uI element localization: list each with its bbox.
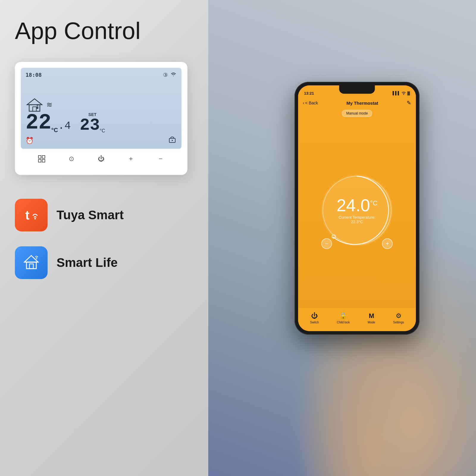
status-icons: ▌▌▌ ▓ xyxy=(393,91,410,95)
house-temp-area: ≋ 22 °C .4 xyxy=(26,97,71,134)
minus-button[interactable]: − xyxy=(154,152,167,165)
clock-icon: ⏰ xyxy=(26,137,34,145)
phone-device: 13:21 ▌▌▌ ▓ ‹ xyxy=(295,82,419,335)
nav-switch[interactable]: ⏻ Switch xyxy=(310,312,319,324)
page-title: App Control xyxy=(15,18,140,44)
phone-screen: 13:21 ▌▌▌ ▓ ‹ xyxy=(298,85,416,331)
phone-wrapper: 13:21 ▌▌▌ ▓ ‹ xyxy=(295,82,419,335)
house-icon-area: ≋ xyxy=(26,97,52,112)
svg-rect-9 xyxy=(38,159,41,162)
svg-rect-10 xyxy=(42,159,45,162)
svg-rect-14 xyxy=(26,262,36,269)
switch-label: Switch xyxy=(310,321,319,324)
nav-mode[interactable]: M Mode xyxy=(368,312,375,324)
signal-icon: ▌▌▌ xyxy=(393,91,400,95)
power-button[interactable]: ⏻ xyxy=(95,152,108,165)
thermostat-bottom-screen-icons: ⏰ xyxy=(26,136,177,145)
mode-label: Mode xyxy=(368,321,375,324)
current-temperature-label: Current Temperature: 22.3°C xyxy=(336,215,378,224)
thermostat-top-bar: 18:08 ③ xyxy=(26,71,177,78)
thermostat-time: 18:08 xyxy=(26,72,42,78)
house-icon xyxy=(26,97,43,112)
child-icon xyxy=(168,136,177,145)
increase-temperature-button[interactable]: + xyxy=(382,238,393,249)
phone-notch xyxy=(339,85,375,94)
menu-button[interactable] xyxy=(35,152,48,165)
plus-button[interactable]: + xyxy=(124,152,137,165)
phone-main-area: 24.0°C Current Temperature: 22.3°C − + xyxy=(298,119,416,307)
set-temp-display: 23 °C xyxy=(80,117,105,134)
tuya-smart-row: t Tuya Smart xyxy=(15,199,124,231)
status-time: 13:21 xyxy=(304,91,314,95)
set-temperature-value: 24.0°C xyxy=(336,197,378,214)
mode-badge[interactable]: Manual mode xyxy=(342,110,372,117)
set-temp-value: 23 xyxy=(80,117,100,134)
thermostat-buttons[interactable]: ⊙ ⏻ + − xyxy=(21,149,181,169)
back-chevron: ‹ xyxy=(303,101,304,105)
switch-icon: ⏻ xyxy=(311,312,318,320)
left-panel: App Control 18:08 ③ xyxy=(0,0,208,476)
svg-marker-0 xyxy=(27,99,42,105)
thermostat-screen: 18:08 ③ xyxy=(21,68,181,149)
thermostat-top-icons: ③ xyxy=(163,71,177,78)
current-temp-unit: °C xyxy=(51,127,58,134)
right-panel: 13:21 ▌▌▌ ▓ ‹ xyxy=(208,0,476,476)
wifi-status-icon xyxy=(401,91,406,95)
child-lock-label: Child lock xyxy=(337,321,350,324)
temp-unit: °C xyxy=(370,199,378,207)
smart-life-row: Smart Life xyxy=(15,246,118,279)
program-icon: ③ xyxy=(163,72,168,78)
mode-icon: M xyxy=(369,312,374,320)
battery-icon: ▓ xyxy=(407,91,410,95)
thermostat-device: 18:08 ③ xyxy=(15,62,187,175)
set-temp-area: SET 23 °C xyxy=(80,112,105,134)
nav-child-lock[interactable]: 🔒 Child lock xyxy=(337,312,350,324)
current-temp-value: 22 xyxy=(26,112,51,134)
svg-point-12 xyxy=(34,218,36,219)
edit-icon[interactable]: ✎ xyxy=(407,100,411,106)
current-temp-display: 22 °C .4 xyxy=(26,112,71,134)
smart-life-label: Smart Life xyxy=(57,256,118,270)
svg-rect-7 xyxy=(38,156,41,158)
back-label[interactable]: < Back xyxy=(305,101,318,105)
lock-icon: 🔒 xyxy=(339,312,347,320)
decrease-temperature-button[interactable]: − xyxy=(321,238,332,249)
nav-settings[interactable]: ⚙ Settings xyxy=(393,312,404,324)
mode-badge-container: Manual mode xyxy=(298,109,416,119)
back-button[interactable]: ‹ < Back xyxy=(303,101,318,105)
schedule-button[interactable]: ⊙ xyxy=(65,152,78,165)
svg-rect-8 xyxy=(42,156,45,158)
tuya-smart-label: Tuya Smart xyxy=(57,208,124,222)
thermostat-main-area: ≋ 22 °C .4 SET 23 °C xyxy=(26,81,177,134)
svg-point-16 xyxy=(36,258,37,259)
wifi-icon xyxy=(170,71,177,78)
current-temp-decimal: .4 xyxy=(58,120,71,132)
svg-point-6 xyxy=(172,140,173,141)
phone-bottom-nav: ⏻ Switch 🔒 Child lock M Mode ⚙ Settings xyxy=(298,307,416,331)
screen-title: My Thermostat xyxy=(347,101,378,106)
settings-icon: ⚙ xyxy=(396,312,402,320)
svg-point-17 xyxy=(403,94,404,95)
settings-label: Settings xyxy=(393,321,404,324)
smartlife-icon xyxy=(15,246,48,279)
temperature-circle-container: 24.0°C Current Temperature: 22.3°C − + xyxy=(315,169,399,252)
temperature-display: 24.0°C Current Temperature: 22.3°C xyxy=(336,197,378,224)
heat-icon: ≋ xyxy=(46,101,52,109)
set-temp-unit: °C xyxy=(100,128,105,134)
svg-rect-15 xyxy=(29,264,33,269)
phone-header: ‹ < Back My Thermostat ✎ xyxy=(298,98,416,109)
svg-text:t: t xyxy=(25,208,29,222)
tuya-icon: t xyxy=(15,199,48,231)
